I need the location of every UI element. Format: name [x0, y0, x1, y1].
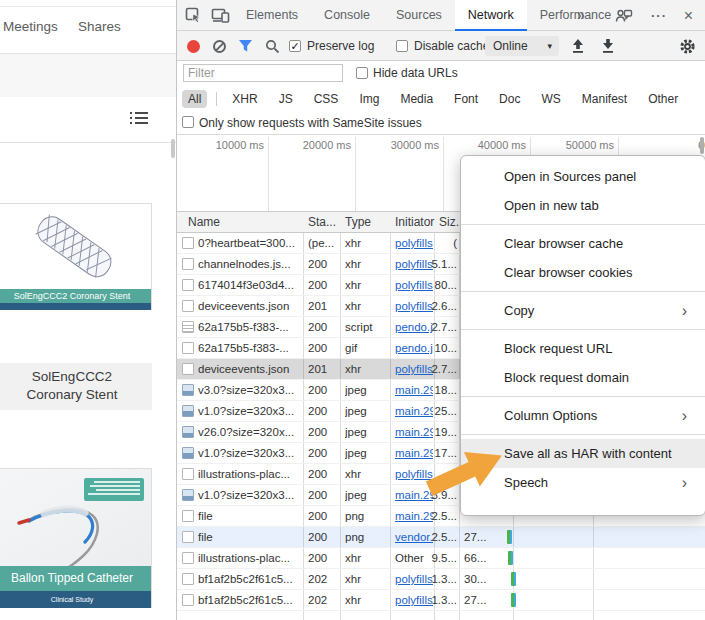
filter-type-other[interactable]: Other — [642, 90, 684, 108]
request-initiator-cell[interactable]: polyfills... — [395, 363, 433, 375]
request-status-cell: 202 — [308, 594, 338, 606]
request-status-cell: 200 — [308, 405, 338, 417]
menu-item-column-options[interactable]: Column Options› — [461, 401, 705, 430]
menu-item-copy[interactable]: Copy› — [461, 296, 705, 325]
disable-cache-label: Disable cache — [414, 39, 489, 53]
column-header-status[interactable]: Sta... — [308, 215, 336, 229]
request-name-cell: deviceevents.json — [198, 300, 302, 312]
request-initiator-cell[interactable]: polyfills... — [395, 279, 433, 291]
samesite-checkbox[interactable] — [182, 116, 194, 128]
product-card-stent[interactable]: SolEngCCC2 Coronary Stent — [0, 203, 152, 310]
product-card-catheter[interactable]: Ballon Tipped Catheter Clinical Study — [0, 468, 152, 608]
close-devtools-icon[interactable]: × — [684, 7, 693, 25]
file-file-icon — [182, 258, 194, 270]
export-har-icon[interactable] — [600, 38, 616, 55]
filter-type-xhr[interactable]: XHR — [226, 90, 263, 108]
request-size-cell: 2.5... — [431, 510, 457, 522]
settings-gear-icon[interactable] — [679, 38, 696, 55]
import-har-icon[interactable] — [570, 38, 586, 55]
page-scrollbar-thumb[interactable] — [171, 139, 175, 158]
column-header-name[interactable]: Name — [188, 215, 220, 229]
request-initiator-cell[interactable]: main.29... — [395, 405, 433, 417]
menu-item-open-in-new-tab[interactable]: Open in new tab — [461, 191, 705, 220]
column-header-initiator[interactable]: Initiator — [395, 215, 434, 229]
request-initiator-cell[interactable]: polyfills... — [395, 573, 433, 585]
request-status-cell: 200 — [308, 321, 338, 333]
file-file-icon — [182, 594, 194, 606]
menu-item-block-request-domain[interactable]: Block request domain — [461, 363, 705, 392]
request-type-cell: jpeg — [345, 405, 388, 417]
request-initiator-cell[interactable]: vendor.... — [395, 531, 433, 543]
request-initiator-cell[interactable]: main.29... — [395, 384, 433, 396]
clear-network-log-icon[interactable] — [213, 40, 226, 53]
inspect-element-icon[interactable] — [185, 7, 202, 24]
filter-type-font[interactable]: Font — [448, 90, 484, 108]
menu-item-block-request-url[interactable]: Block request URL — [461, 334, 705, 363]
menu-item-open-in-sources-panel[interactable]: Open in Sources panel — [461, 162, 705, 191]
more-tabs-icon[interactable]: » — [569, 0, 593, 30]
feedback-icon[interactable] — [615, 8, 633, 24]
timeline-tick: 50000 ms — [566, 139, 614, 151]
request-name-cell: v1.0?size=320x3... — [198, 489, 302, 501]
filter-type-js[interactable]: JS — [273, 90, 299, 108]
samesite-label: Only show requests with SameSite issues — [199, 116, 422, 130]
request-initiator-cell[interactable]: polyfills... — [395, 237, 433, 249]
waterfall-bar — [511, 593, 516, 607]
device-toolbar-icon[interactable] — [211, 8, 230, 23]
filter-type-media[interactable]: Media — [394, 90, 439, 108]
search-icon[interactable] — [265, 39, 280, 54]
disable-cache-checkbox[interactable] — [396, 40, 408, 52]
tab-elements[interactable]: Elements — [233, 0, 311, 31]
hide-data-urls-label: Hide data URLs — [373, 66, 458, 80]
request-name-cell: v3.0?size=320x3... — [198, 384, 302, 396]
request-status-cell: 200 — [308, 384, 338, 396]
filter-type-doc[interactable]: Doc — [493, 90, 526, 108]
request-initiator-cell[interactable]: main.29... — [395, 510, 433, 522]
request-size-cell: 2.5... — [431, 531, 457, 543]
request-size-cell: 80... — [431, 279, 457, 291]
request-name-cell: 6174014f3e03d4... — [198, 279, 302, 291]
throttling-select[interactable]: Online ▾ — [485, 36, 559, 56]
list-view-icon[interactable] — [130, 112, 148, 126]
column-header-type[interactable]: Type — [345, 215, 371, 229]
file-file-icon — [182, 363, 194, 375]
filter-type-all[interactable]: All — [182, 90, 207, 108]
tab-sources[interactable]: Sources — [383, 0, 455, 31]
network-request-row[interactable]: file200pngvendor....2.5...27... — [177, 527, 705, 548]
request-initiator-cell[interactable]: polyfills... — [395, 258, 433, 270]
request-type-cell: png — [345, 531, 388, 543]
request-initiator-cell[interactable]: pendo.j... — [395, 321, 433, 333]
filter-type-img[interactable]: Img — [353, 90, 385, 108]
background-page: Meetings Shares SolEngCCC2 Coronary Sten… — [0, 0, 177, 620]
tab-console[interactable]: Console — [311, 0, 383, 31]
request-initiator-cell[interactable]: pendo.j... — [395, 342, 433, 354]
timeline-gridline — [355, 137, 356, 211]
image-file-icon — [182, 384, 194, 396]
record-network-log-icon[interactable] — [187, 40, 200, 53]
preserve-log-checkbox[interactable]: ✓ — [289, 40, 301, 52]
script-file-icon — [182, 321, 194, 333]
filter-type-ws[interactable]: WS — [535, 90, 566, 108]
more-options-icon[interactable]: ··· — [651, 8, 667, 23]
menu-item-clear-browser-cookies[interactable]: Clear browser cookies — [461, 258, 705, 287]
menu-item-clear-browser-cache[interactable]: Clear browser cache — [461, 229, 705, 258]
network-request-row[interactable]: illustrations-plac...200xhrOther9.5...66… — [177, 548, 705, 569]
nav-item-shares[interactable]: Shares — [78, 19, 121, 34]
file-file-icon — [182, 237, 194, 249]
tab-network[interactable]: Network — [455, 0, 527, 31]
network-request-row[interactable]: bf1af2b5c2f61c5...202xhrpolyfills...1.3.… — [177, 590, 705, 611]
network-request-row[interactable]: bf1af2b5c2f61c5...202xhrpolyfills...1.3.… — [177, 569, 705, 590]
filter-type-manifest[interactable]: Manifest — [576, 90, 633, 108]
hide-data-urls-checkbox[interactable] — [356, 67, 368, 79]
filter-type-css[interactable]: CSS — [308, 90, 345, 108]
waterfall-bar — [507, 530, 512, 544]
request-name-cell: bf1af2b5c2f61c5... — [198, 573, 302, 585]
request-initiator-cell[interactable]: polyfills... — [395, 594, 433, 606]
timeline-tick: 30000 ms — [391, 139, 439, 151]
nav-item-meetings[interactable]: Meetings — [3, 19, 58, 34]
request-size-cell: 2.7... — [431, 363, 457, 375]
filter-input[interactable] — [183, 64, 343, 82]
filter-icon[interactable] — [238, 39, 253, 53]
overview-scrollbar-thumb[interactable] — [700, 137, 704, 154]
request-initiator-cell[interactable]: polyfills... — [395, 300, 433, 312]
